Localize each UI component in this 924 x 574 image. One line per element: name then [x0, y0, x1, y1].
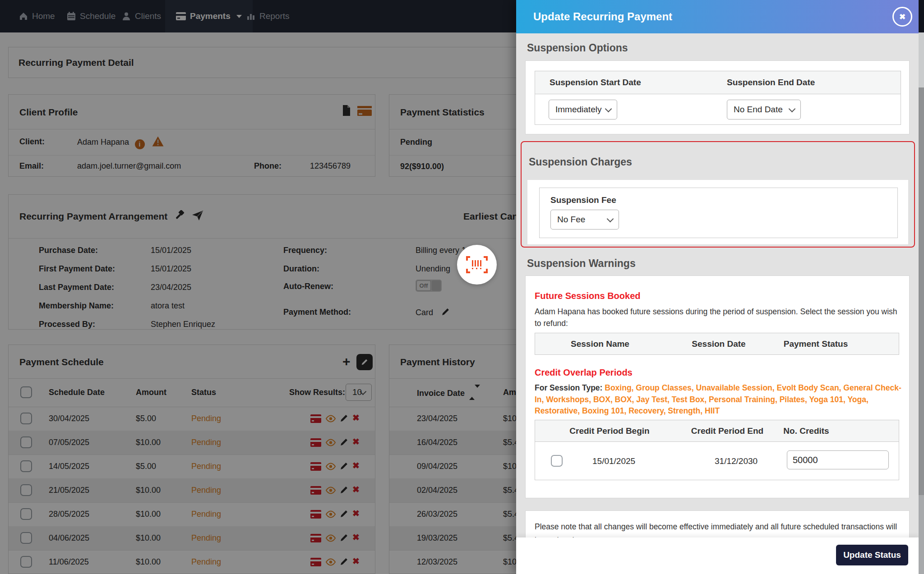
scrollbar[interactable] — [919, 0, 924, 574]
update-status-button[interactable]: Update Status — [836, 545, 908, 565]
future-sessions-title: Future Sessions Booked — [535, 291, 641, 301]
suspension-charges-heading: Suspension Charges — [529, 156, 632, 168]
chevron-down-icon — [789, 106, 796, 113]
barcode-icon — [466, 256, 488, 273]
col-credit-end: Credit Period End — [691, 426, 763, 436]
suspension-start-select[interactable]: Immediately — [549, 100, 617, 119]
modal-footer: Update Status — [516, 537, 919, 574]
chevron-down-icon — [605, 106, 612, 113]
suspension-charges-highlight: Suspension Charges Suspension Fee No Fee — [521, 141, 915, 248]
suspension-start-date-label: Suspension Start Date — [550, 78, 641, 87]
suspension-fee-select[interactable]: No Fee — [550, 210, 619, 230]
modal-header: Update Recurring Payment ✖ — [516, 0, 919, 33]
suspension-start-value: Immediately — [555, 105, 601, 115]
scrollbar-track — [919, 32, 924, 87]
credits-input[interactable] — [787, 450, 889, 469]
suspension-fee-label: Suspension Fee — [550, 195, 616, 205]
suspension-fee-value: No Fee — [557, 215, 585, 225]
modal-title: Update Recurring Payment — [533, 0, 672, 33]
session-table: Session Name Session Date Payment Status — [535, 333, 899, 355]
col-credit-begin: Credit Period Begin — [569, 426, 649, 436]
col-no-credits: No. Credits — [783, 426, 829, 436]
session-type-label: For Session Type: — [535, 383, 602, 392]
suspension-warnings-heading: Suspension Warnings — [527, 257, 636, 270]
scrollbar-thumb[interactable] — [919, 87, 924, 495]
scrollbar-top — [919, 0, 924, 32]
suspension-warnings-card: Future Sessions Booked Adam Hapana has b… — [525, 276, 910, 498]
col-session-name: Session Name — [571, 339, 629, 349]
credit-table: Credit Period Begin Credit Period End No… — [535, 420, 899, 480]
update-recurring-payment-modal: Update Recurring Payment ✖ Suspension Op… — [516, 0, 919, 574]
credit-row-checkbox[interactable] — [551, 455, 563, 467]
suspension-options-heading: Suspension Options — [527, 42, 628, 54]
col-session-date: Session Date — [692, 339, 745, 349]
loading-spinner — [457, 245, 497, 285]
future-sessions-text: Adam Hapana has booked future sessions d… — [535, 306, 901, 329]
suspension-end-select[interactable]: No End Date — [727, 100, 801, 119]
note-line1: Please note that all changes will become… — [535, 521, 901, 533]
col-payment-status: Payment Status — [784, 339, 848, 349]
scrollbar-track-lower — [919, 495, 924, 574]
suspension-end-date-label: Suspension End Date — [727, 78, 815, 87]
suspension-end-value: No End Date — [734, 105, 783, 115]
close-icon: ✖ — [899, 12, 906, 22]
session-types-text: For Session Type: Boxing, Group Classes,… — [535, 382, 903, 417]
credit-begin-value: 15/01/2025 — [592, 456, 635, 466]
credit-end-value: 31/12/2030 — [715, 456, 758, 466]
credit-overlap-title: Credit Overlap Periods — [535, 367, 633, 378]
close-button[interactable]: ✖ — [892, 7, 912, 27]
app-window: Home Schedule Clients Payments Reports R… — [0, 0, 924, 574]
suspension-options-card: Suspension Start Date Suspension End Dat… — [525, 60, 910, 134]
chevron-down-icon — [607, 216, 614, 223]
